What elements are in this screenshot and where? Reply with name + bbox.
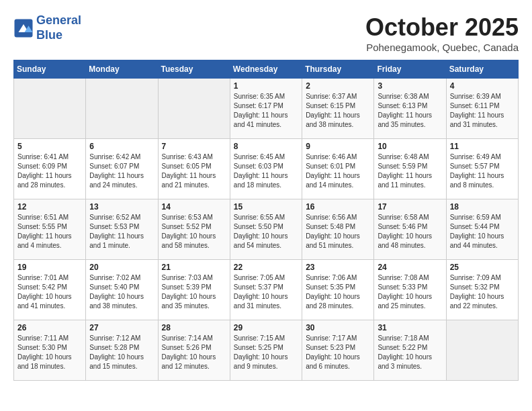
calendar-cell: 1Sunrise: 6:35 AM Sunset: 6:17 PM Daylig… [230,79,302,139]
day-info: Sunrise: 7:06 AM Sunset: 5:35 PM Dayligh… [306,273,370,311]
calendar-cell: 26Sunrise: 7:11 AM Sunset: 5:30 PM Dayli… [14,320,86,381]
day-info: Sunrise: 7:17 AM Sunset: 5:23 PM Dayligh… [306,334,370,371]
day-info: Sunrise: 6:55 AM Sunset: 5:50 PM Dayligh… [234,213,298,250]
logo-text: General Blue [36,13,81,42]
day-of-week-header: Saturday [446,60,518,79]
calendar-cell [446,320,518,381]
day-info: Sunrise: 7:18 AM Sunset: 5:22 PM Dayligh… [378,334,442,371]
day-of-week-header: Thursday [302,60,374,79]
calendar-cell: 29Sunrise: 7:15 AM Sunset: 5:25 PM Dayli… [230,320,302,381]
day-number: 18 [450,202,515,212]
logo-icon [13,18,34,38]
calendar-cell: 22Sunrise: 7:05 AM Sunset: 5:37 PM Dayli… [230,260,302,320]
day-info: Sunrise: 7:03 AM Sunset: 5:39 PM Dayligh… [162,273,226,311]
day-info: Sunrise: 6:56 AM Sunset: 5:48 PM Dayligh… [306,213,370,250]
day-number: 25 [450,263,515,272]
calendar-cell: 27Sunrise: 7:12 AM Sunset: 5:28 PM Dayli… [86,320,158,381]
day-info: Sunrise: 6:42 AM Sunset: 6:07 PM Dayligh… [89,152,154,190]
calendar-cell: 24Sunrise: 7:08 AM Sunset: 5:33 PM Dayli… [374,260,446,320]
day-number: 27 [89,323,154,332]
calendar-cell: 17Sunrise: 6:58 AM Sunset: 5:46 PM Dayli… [374,199,446,260]
calendar-cell: 21Sunrise: 7:03 AM Sunset: 5:39 PM Dayli… [158,260,230,320]
calendar-cell: 23Sunrise: 7:06 AM Sunset: 5:35 PM Dayli… [302,260,374,320]
calendar-cell: 5Sunrise: 6:41 AM Sunset: 6:09 PM Daylig… [14,139,86,199]
calendar-cell: 30Sunrise: 7:17 AM Sunset: 5:23 PM Dayli… [302,320,374,381]
calendar-cell: 11Sunrise: 6:49 AM Sunset: 5:57 PM Dayli… [446,139,518,199]
day-info: Sunrise: 7:02 AM Sunset: 5:40 PM Dayligh… [89,273,154,311]
calendar-week-row: 1Sunrise: 6:35 AM Sunset: 6:17 PM Daylig… [14,79,519,139]
calendar-week-row: 5Sunrise: 6:41 AM Sunset: 6:09 PM Daylig… [14,139,519,199]
day-number: 4 [450,81,515,91]
title-block: October 2025 Pohenegamook, Quebec, Canad… [365,13,519,53]
day-info: Sunrise: 7:08 AM Sunset: 5:33 PM Dayligh… [378,273,442,311]
day-number: 20 [89,263,154,272]
calendar-cell: 8Sunrise: 6:45 AM Sunset: 6:03 PM Daylig… [230,139,302,199]
calendar-cell: 14Sunrise: 6:53 AM Sunset: 5:52 PM Dayli… [158,199,230,260]
day-of-week-header: Friday [374,60,446,79]
day-info: Sunrise: 7:12 AM Sunset: 5:28 PM Dayligh… [89,334,154,371]
day-info: Sunrise: 7:09 AM Sunset: 5:32 PM Dayligh… [450,273,515,311]
calendar-week-row: 26Sunrise: 7:11 AM Sunset: 5:30 PM Dayli… [14,320,519,381]
day-info: Sunrise: 6:41 AM Sunset: 6:09 PM Dayligh… [17,152,82,190]
logo-line1: General [36,13,81,27]
day-of-week-header: Tuesday [158,60,230,79]
day-number: 9 [306,142,370,151]
calendar-table: SundayMondayTuesdayWednesdayThursdayFrid… [13,60,519,381]
day-number: 17 [378,202,442,212]
calendar-cell: 25Sunrise: 7:09 AM Sunset: 5:32 PM Dayli… [446,260,518,320]
calendar-cell: 12Sunrise: 6:51 AM Sunset: 5:55 PM Dayli… [14,199,86,260]
day-number: 14 [162,202,226,212]
calendar-cell: 15Sunrise: 6:55 AM Sunset: 5:50 PM Dayli… [230,199,302,260]
day-number: 3 [378,81,442,91]
day-number: 30 [306,323,370,332]
day-number: 8 [234,142,298,151]
day-number: 1 [234,81,298,91]
day-number: 26 [17,323,82,332]
day-number: 16 [306,202,370,212]
day-number: 6 [89,142,154,151]
calendar-cell: 10Sunrise: 6:48 AM Sunset: 5:59 PM Dayli… [374,139,446,199]
calendar-cell: 18Sunrise: 6:59 AM Sunset: 5:44 PM Dayli… [446,199,518,260]
day-number: 24 [378,263,442,272]
day-info: Sunrise: 7:14 AM Sunset: 5:26 PM Dayligh… [162,334,226,371]
day-number: 29 [234,323,298,332]
calendar-cell: 20Sunrise: 7:02 AM Sunset: 5:40 PM Dayli… [86,260,158,320]
day-number: 11 [450,142,515,151]
calendar-cell: 7Sunrise: 6:43 AM Sunset: 6:05 PM Daylig… [158,139,230,199]
day-info: Sunrise: 6:43 AM Sunset: 6:05 PM Dayligh… [162,152,226,190]
day-info: Sunrise: 6:46 AM Sunset: 6:01 PM Dayligh… [306,152,370,190]
day-number: 2 [306,81,370,91]
calendar-cell [86,79,158,139]
logo-line2: Blue [36,28,62,42]
calendar-cell: 4Sunrise: 6:39 AM Sunset: 6:11 PM Daylig… [446,79,518,139]
calendar-cell: 28Sunrise: 7:14 AM Sunset: 5:26 PM Dayli… [158,320,230,381]
day-number: 5 [17,142,82,151]
calendar-cell [158,79,230,139]
day-number: 12 [17,202,82,212]
page-header: General Blue October 2025 Pohenegamook, … [13,13,519,53]
day-info: Sunrise: 6:59 AM Sunset: 5:44 PM Dayligh… [450,213,515,250]
location: Pohenegamook, Quebec, Canada [365,42,519,53]
day-of-week-header: Sunday [14,60,86,79]
calendar-cell: 2Sunrise: 6:37 AM Sunset: 6:15 PM Daylig… [302,79,374,139]
day-number: 19 [17,263,82,272]
day-number: 23 [306,263,370,272]
day-of-week-header: Monday [86,60,158,79]
logo: General Blue [13,13,81,42]
calendar-week-row: 19Sunrise: 7:01 AM Sunset: 5:42 PM Dayli… [14,260,519,320]
day-info: Sunrise: 6:37 AM Sunset: 6:15 PM Dayligh… [306,92,370,130]
calendar-cell: 19Sunrise: 7:01 AM Sunset: 5:42 PM Dayli… [14,260,86,320]
day-number: 31 [378,323,442,332]
calendar-cell: 13Sunrise: 6:52 AM Sunset: 5:53 PM Dayli… [86,199,158,260]
day-info: Sunrise: 7:05 AM Sunset: 5:37 PM Dayligh… [234,273,298,311]
day-number: 28 [162,323,226,332]
day-number: 21 [162,263,226,272]
day-info: Sunrise: 6:35 AM Sunset: 6:17 PM Dayligh… [234,92,298,130]
calendar-week-row: 12Sunrise: 6:51 AM Sunset: 5:55 PM Dayli… [14,199,519,260]
day-info: Sunrise: 6:51 AM Sunset: 5:55 PM Dayligh… [17,213,82,250]
day-number: 7 [162,142,226,151]
day-info: Sunrise: 6:52 AM Sunset: 5:53 PM Dayligh… [89,213,154,250]
month-title: October 2025 [365,13,519,42]
calendar-header: SundayMondayTuesdayWednesdayThursdayFrid… [14,60,519,79]
day-info: Sunrise: 7:01 AM Sunset: 5:42 PM Dayligh… [17,273,82,311]
